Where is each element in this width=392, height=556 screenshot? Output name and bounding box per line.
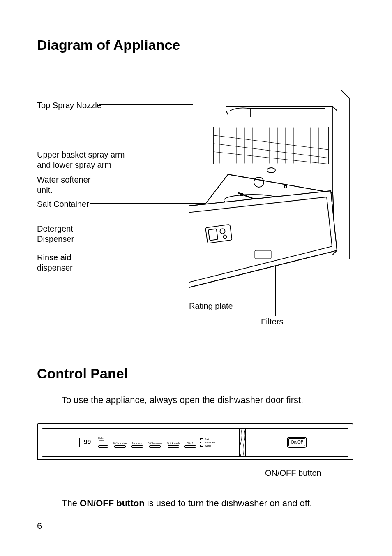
program-button-3: Quick wash bbox=[167, 442, 180, 448]
onoff-caption: ON/OFF button bbox=[265, 468, 321, 478]
label-detergent: Detergent Dispenser bbox=[37, 224, 74, 244]
page-number: 6 bbox=[37, 521, 42, 531]
label-rating-plate: Rating plate bbox=[189, 301, 233, 311]
onoff-description: The ON/OFF button is used to turn the di… bbox=[62, 497, 355, 510]
label-salt: Salt Container bbox=[37, 199, 89, 209]
onoff-button: On/Off bbox=[287, 437, 307, 448]
label-filters: Filters bbox=[261, 317, 283, 327]
label-rinse: Rinse aid dispenser bbox=[37, 253, 73, 273]
label-softener: Water softener unit. bbox=[37, 175, 90, 195]
heading-control-panel: Control Panel bbox=[37, 366, 355, 382]
program-button-0: 70°Intensive bbox=[113, 442, 127, 448]
panel-left-section: 99 Delay start 70°Intensive Automatic bbox=[42, 429, 240, 456]
label-top-spray: Top Spray Nozzle bbox=[37, 100, 101, 111]
delay-start-label: Delay start bbox=[98, 437, 104, 442]
panel-display: 99 bbox=[79, 438, 95, 447]
control-panel-diagram: 99 Delay start 70°Intensive Automatic bbox=[37, 423, 353, 473]
delay-start-button bbox=[98, 445, 108, 448]
program-button-4: 3 in 1 bbox=[184, 442, 196, 448]
panel-break bbox=[240, 429, 245, 456]
program-button-2: 50°Economy bbox=[148, 442, 162, 448]
program-button-1: Automatic bbox=[131, 442, 143, 448]
appliance-illustration bbox=[189, 86, 353, 300]
indicator-lights: Salt Rinse aid Water bbox=[200, 438, 215, 447]
control-panel-intro: To use the appliance, always open the di… bbox=[62, 394, 355, 407]
label-upper-arm: Upper basket spray arm and lower spray a… bbox=[37, 150, 125, 170]
appliance-diagram: Top Spray Nozzle Upper basket spray arm … bbox=[37, 86, 353, 329]
heading-diagram: Diagram of Appliance bbox=[37, 37, 355, 53]
svg-point-14 bbox=[267, 168, 275, 173]
